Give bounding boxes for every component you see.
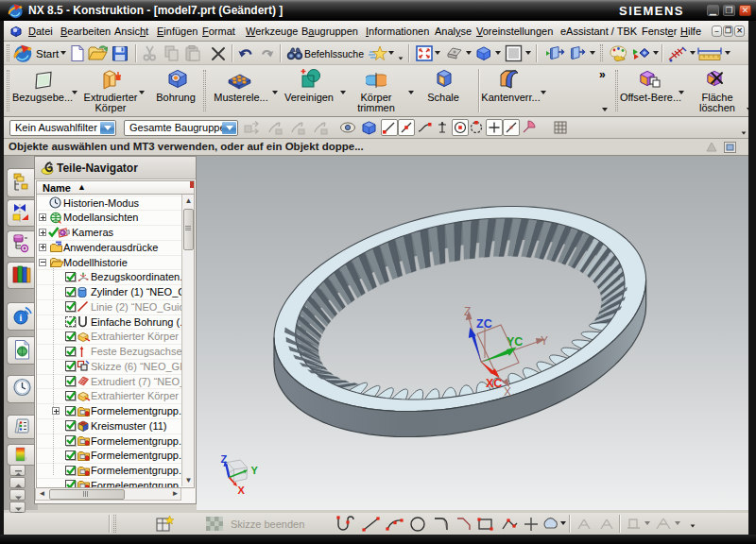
svg-text:X: X <box>238 484 246 496</box>
svg-text:YC: YC <box>507 335 523 348</box>
svg-text:X: X <box>504 385 511 399</box>
svg-text:XC: XC <box>486 377 502 390</box>
svg-text:Y: Y <box>251 465 259 476</box>
svg-text:Z: Z <box>464 305 471 318</box>
svg-text:i: i <box>20 313 23 323</box>
svg-text:ZC: ZC <box>476 317 492 331</box>
svg-text:Y: Y <box>541 334 548 348</box>
svg-text:Z: Z <box>221 453 228 465</box>
